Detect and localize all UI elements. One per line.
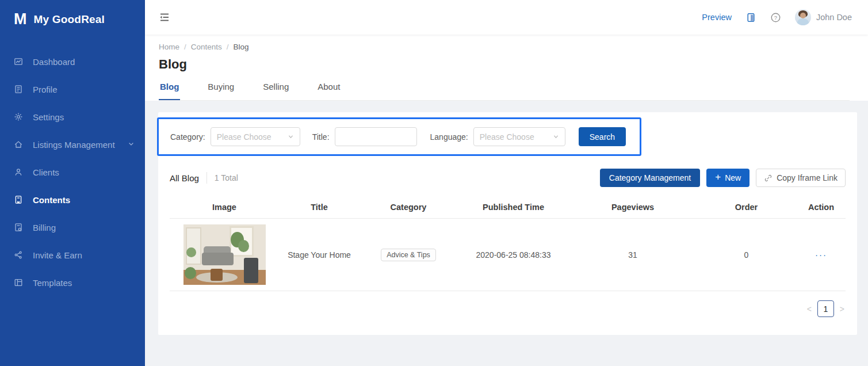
sidebar-item-billing[interactable]: Billing	[0, 214, 145, 241]
breadcrumb-current: Blog	[234, 43, 249, 51]
row-actions-button[interactable]: ···	[815, 250, 827, 260]
profile-icon	[14, 85, 23, 94]
column-header-category: Category	[360, 196, 457, 219]
breadcrumb-separator: /	[227, 43, 229, 51]
breadcrumb: Home / Contents / Blog	[159, 43, 850, 51]
pagination: < 1 >	[158, 291, 857, 317]
cell-order: 0	[696, 219, 797, 291]
search-button[interactable]: Search	[579, 127, 626, 146]
cell-category: Advice & Tips	[360, 219, 457, 291]
chevron-down-icon	[128, 140, 135, 147]
sidebar-item-settings[interactable]: Settings	[0, 103, 145, 131]
main-area: Preview ? John Doe Home /	[145, 0, 868, 366]
chevron-down-icon	[553, 134, 559, 140]
sidebar-item-label: Clients	[33, 167, 59, 177]
new-button[interactable]: + New	[706, 169, 750, 187]
breadcrumb-home[interactable]: Home	[159, 43, 179, 51]
device-preview-button[interactable]	[745, 12, 756, 23]
help-icon: ?	[770, 12, 781, 23]
dashboard-icon	[14, 57, 23, 66]
sidebar-item-label: Settings	[33, 112, 64, 122]
pagination-page-1[interactable]: 1	[817, 300, 834, 317]
user-icon	[14, 167, 23, 177]
sidebar-item-label: Billing	[33, 223, 56, 232]
list-title: All Blog	[170, 173, 199, 183]
column-header-published-time: Published Time	[457, 196, 569, 219]
sidebar-item-label: Profile	[33, 85, 58, 94]
sidebar-item-clients[interactable]: Clients	[0, 158, 145, 186]
tab-bar: Blog Buying Selling About	[159, 82, 850, 101]
breadcrumb-separator: /	[184, 43, 186, 51]
sidebar-item-label: Listings Management	[33, 140, 115, 150]
tab-blog[interactable]: Blog	[159, 82, 180, 100]
content-area: Category: Please Choose Title: Language:…	[145, 101, 868, 366]
column-header-image: Image	[170, 196, 279, 219]
category-select-placeholder: Please Choose	[217, 132, 272, 142]
share-icon	[14, 250, 23, 260]
language-select-placeholder: Please Choose	[480, 132, 534, 142]
cell-action: ···	[797, 219, 846, 291]
tab-selling[interactable]: Selling	[262, 82, 290, 100]
sidebar-item-label: Invite & Earn	[33, 250, 82, 260]
svg-text:?: ?	[774, 14, 777, 20]
column-header-order: Order	[696, 196, 797, 219]
sidebar-item-invite-earn[interactable]: Invite & Earn	[0, 241, 145, 269]
logo-mark-icon: M	[14, 12, 26, 27]
tab-about[interactable]: About	[316, 82, 341, 100]
blog-table: Image Title Category Published Time Page…	[170, 196, 846, 291]
billing-icon	[14, 223, 23, 232]
avatar	[795, 9, 811, 25]
sidebar-item-label: Contents	[33, 195, 70, 205]
blog-table-wrapper: Image Title Category Published Time Page…	[158, 196, 857, 291]
preview-link[interactable]: Preview	[702, 13, 732, 22]
page-title: Blog	[159, 57, 850, 72]
sidebar-item-templates[interactable]: Templates	[0, 269, 145, 296]
category-filter-label: Category:	[170, 132, 205, 142]
title-input[interactable]	[335, 127, 417, 146]
page-header: Home / Contents / Blog Blog Blog Buying …	[145, 35, 868, 101]
user-menu[interactable]: John Doe	[795, 9, 852, 25]
table-header-row: Image Title Category Published Time Page…	[170, 196, 846, 219]
list-header: All Blog 1 Total Category Management + N…	[158, 169, 857, 187]
new-button-label: New	[725, 173, 741, 182]
sidebar-item-dashboard[interactable]: Dashboard	[0, 48, 145, 75]
sidebar-collapse-button[interactable]	[159, 12, 170, 23]
plus-icon: +	[715, 171, 721, 183]
sidebar-item-label: Templates	[33, 278, 72, 288]
column-header-title: Title	[279, 196, 360, 219]
category-management-button[interactable]: Category Management	[600, 169, 700, 187]
blog-list-card: Category: Please Choose Title: Language:…	[158, 112, 857, 335]
category-tag: Advice & Tips	[381, 249, 436, 261]
cell-pageviews: 31	[569, 219, 696, 291]
sidebar-menu: Dashboard Profile Settings Listings Mana…	[0, 48, 145, 296]
category-select[interactable]: Please Choose	[211, 127, 300, 146]
tab-buying[interactable]: Buying	[207, 82, 235, 100]
help-button[interactable]: ?	[770, 12, 781, 23]
top-bar: Preview ? John Doe	[145, 0, 868, 35]
pagination-prev-button[interactable]: <	[807, 305, 812, 313]
divider	[207, 172, 207, 184]
gear-icon	[14, 112, 23, 121]
copy-iframe-link-label: Copy Iframe Link	[777, 173, 838, 182]
book-icon	[14, 195, 23, 204]
pagination-next-button[interactable]: >	[840, 305, 844, 313]
device-icon	[745, 12, 756, 23]
column-header-pageviews: Pageviews	[569, 196, 696, 219]
list-total-count: 1 Total	[215, 173, 238, 182]
brand-logo[interactable]: M My GoodReal	[0, 0, 145, 33]
link-icon	[764, 174, 773, 182]
column-header-action: Action	[797, 196, 846, 219]
sidebar-item-profile[interactable]: Profile	[0, 75, 145, 103]
language-select[interactable]: Please Choose	[473, 127, 565, 146]
sidebar: M My GoodReal Dashboard Profile Settings…	[0, 0, 145, 366]
topbar-actions: Preview ? John Doe	[702, 9, 852, 25]
sidebar-item-listings-management[interactable]: Listings Management	[0, 131, 145, 158]
filter-bar-highlighted: Category: Please Choose Title: Language:…	[157, 117, 641, 156]
sidebar-item-contents[interactable]: Contents	[0, 186, 145, 214]
list-header-left: All Blog 1 Total	[170, 172, 238, 184]
copy-iframe-link-button[interactable]: Copy Iframe Link	[756, 169, 846, 187]
templates-icon	[14, 278, 23, 287]
app-window: M My GoodReal Dashboard Profile Settings…	[0, 0, 868, 366]
breadcrumb-contents[interactable]: Contents	[191, 43, 222, 51]
cell-image	[170, 219, 279, 291]
